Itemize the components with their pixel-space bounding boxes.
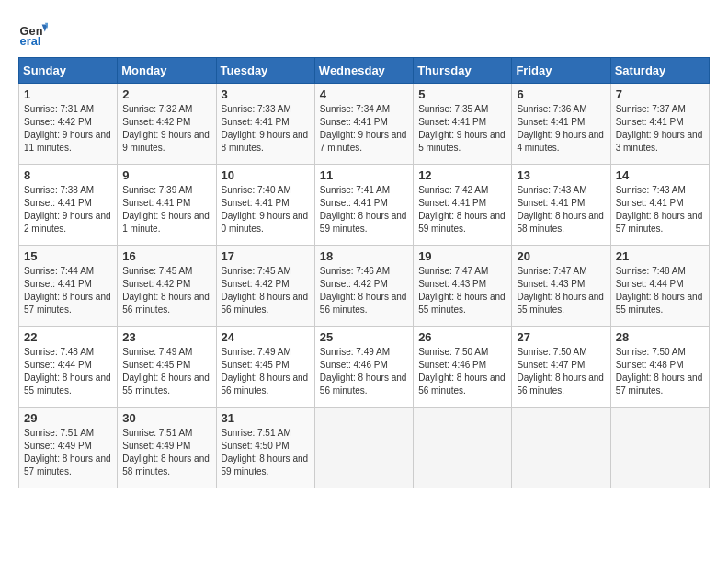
calendar-day-cell: 28 Sunrise: 7:50 AM Sunset: 4:48 PM Dayl…: [610, 327, 709, 408]
day-number: 17: [222, 249, 310, 263]
day-info: Sunrise: 7:43 AM Sunset: 4:41 PM Dayligh…: [616, 184, 704, 236]
calendar-day-cell: 2 Sunrise: 7:32 AM Sunset: 4:42 PM Dayli…: [118, 84, 216, 165]
day-info: Sunrise: 7:43 AM Sunset: 4:41 PM Dayligh…: [517, 184, 605, 236]
calendar-day-cell: [512, 408, 610, 488]
day-number: 4: [320, 87, 408, 101]
day-number: 7: [616, 87, 704, 101]
calendar-day-cell: 11 Sunrise: 7:41 AM Sunset: 4:41 PM Dayl…: [314, 165, 413, 246]
day-number: 27: [517, 330, 605, 344]
calendar-day-cell: 30 Sunrise: 7:51 AM Sunset: 4:49 PM Dayl…: [118, 408, 216, 488]
calendar-header-row: SundayMondayTuesdayWednesdayThursdayFrid…: [19, 58, 710, 84]
svg-text:eral: eral: [20, 34, 41, 48]
day-info: Sunrise: 7:51 AM Sunset: 4:49 PM Dayligh…: [122, 427, 210, 478]
calendar-day-cell: 23 Sunrise: 7:49 AM Sunset: 4:45 PM Dayl…: [118, 327, 216, 408]
day-info: Sunrise: 7:37 AM Sunset: 4:41 PM Dayligh…: [616, 103, 704, 155]
day-number: 2: [122, 87, 210, 101]
day-info: Sunrise: 7:35 AM Sunset: 4:41 PM Dayligh…: [418, 103, 506, 155]
day-info: Sunrise: 7:45 AM Sunset: 4:42 PM Dayligh…: [122, 265, 210, 316]
day-info: Sunrise: 7:31 AM Sunset: 4:42 PM Dayligh…: [24, 103, 112, 155]
calendar-day-cell: 25 Sunrise: 7:49 AM Sunset: 4:46 PM Dayl…: [314, 327, 413, 408]
day-number: 5: [418, 87, 506, 101]
day-number: 28: [616, 330, 704, 344]
calendar-day-cell: 16 Sunrise: 7:45 AM Sunset: 4:42 PM Dayl…: [118, 246, 216, 327]
day-number: 23: [122, 330, 210, 344]
calendar-day-cell: 7 Sunrise: 7:37 AM Sunset: 4:41 PM Dayli…: [610, 84, 709, 165]
calendar-week-row: 8 Sunrise: 7:38 AM Sunset: 4:41 PM Dayli…: [19, 165, 710, 246]
weekday-header: Thursday: [414, 58, 512, 84]
day-number: 31: [222, 411, 310, 425]
calendar-day-cell: 17 Sunrise: 7:45 AM Sunset: 4:42 PM Dayl…: [216, 246, 314, 327]
day-number: 8: [24, 168, 112, 182]
calendar-day-cell: 27 Sunrise: 7:50 AM Sunset: 4:47 PM Dayl…: [512, 327, 610, 408]
day-info: Sunrise: 7:45 AM Sunset: 4:42 PM Dayligh…: [222, 265, 310, 316]
day-number: 11: [320, 168, 408, 182]
day-info: Sunrise: 7:49 AM Sunset: 4:45 PM Dayligh…: [222, 346, 310, 397]
calendar-day-cell: 24 Sunrise: 7:49 AM Sunset: 4:45 PM Dayl…: [216, 327, 314, 408]
day-number: 3: [222, 87, 310, 101]
day-number: 24: [222, 330, 310, 344]
day-number: 9: [122, 168, 210, 182]
day-number: 15: [24, 249, 112, 263]
calendar-day-cell: 4 Sunrise: 7:34 AM Sunset: 4:41 PM Dayli…: [314, 84, 413, 165]
day-info: Sunrise: 7:39 AM Sunset: 4:41 PM Dayligh…: [122, 184, 210, 236]
day-info: Sunrise: 7:47 AM Sunset: 4:43 PM Dayligh…: [517, 265, 605, 316]
calendar-day-cell: 21 Sunrise: 7:48 AM Sunset: 4:44 PM Dayl…: [610, 246, 709, 327]
calendar-day-cell: 14 Sunrise: 7:43 AM Sunset: 4:41 PM Dayl…: [610, 165, 709, 246]
day-number: 19: [418, 249, 506, 263]
day-info: Sunrise: 7:33 AM Sunset: 4:41 PM Dayligh…: [222, 103, 310, 155]
calendar-week-row: 22 Sunrise: 7:48 AM Sunset: 4:44 PM Dayl…: [19, 327, 710, 408]
day-info: Sunrise: 7:50 AM Sunset: 4:47 PM Dayligh…: [517, 346, 605, 397]
day-info: Sunrise: 7:47 AM Sunset: 4:43 PM Dayligh…: [418, 265, 506, 316]
day-info: Sunrise: 7:40 AM Sunset: 4:41 PM Dayligh…: [222, 184, 310, 236]
day-info: Sunrise: 7:41 AM Sunset: 4:41 PM Dayligh…: [320, 184, 408, 236]
calendar-day-cell: 26 Sunrise: 7:50 AM Sunset: 4:46 PM Dayl…: [414, 327, 512, 408]
day-number: 14: [616, 168, 704, 182]
day-info: Sunrise: 7:50 AM Sunset: 4:46 PM Dayligh…: [418, 346, 506, 397]
day-info: Sunrise: 7:38 AM Sunset: 4:41 PM Dayligh…: [24, 184, 112, 236]
day-number: 26: [418, 330, 506, 344]
calendar-day-cell: 20 Sunrise: 7:47 AM Sunset: 4:43 PM Dayl…: [512, 246, 610, 327]
day-info: Sunrise: 7:49 AM Sunset: 4:45 PM Dayligh…: [122, 346, 210, 397]
day-number: 13: [517, 168, 605, 182]
day-info: Sunrise: 7:48 AM Sunset: 4:44 PM Dayligh…: [616, 265, 704, 316]
day-number: 16: [122, 249, 210, 263]
calendar-week-row: 15 Sunrise: 7:44 AM Sunset: 4:41 PM Dayl…: [19, 246, 710, 327]
day-info: Sunrise: 7:50 AM Sunset: 4:48 PM Dayligh…: [616, 346, 704, 397]
calendar-day-cell: 10 Sunrise: 7:40 AM Sunset: 4:41 PM Dayl…: [216, 165, 314, 246]
calendar-day-cell: 8 Sunrise: 7:38 AM Sunset: 4:41 PM Dayli…: [19, 165, 118, 246]
day-info: Sunrise: 7:42 AM Sunset: 4:41 PM Dayligh…: [418, 184, 506, 236]
calendar-day-cell: [610, 408, 709, 488]
day-info: Sunrise: 7:32 AM Sunset: 4:42 PM Dayligh…: [122, 103, 210, 155]
day-number: 12: [418, 168, 506, 182]
day-number: 30: [122, 411, 210, 425]
weekday-header: Tuesday: [216, 58, 314, 84]
calendar-day-cell: 29 Sunrise: 7:51 AM Sunset: 4:49 PM Dayl…: [19, 408, 118, 488]
calendar-day-cell: 9 Sunrise: 7:39 AM Sunset: 4:41 PM Dayli…: [118, 165, 216, 246]
calendar-day-cell: 1 Sunrise: 7:31 AM Sunset: 4:42 PM Dayli…: [19, 84, 118, 165]
page-header: Gen eral: [18, 18, 710, 48]
day-number: 29: [24, 411, 112, 425]
calendar-day-cell: 5 Sunrise: 7:35 AM Sunset: 4:41 PM Dayli…: [414, 84, 512, 165]
day-number: 6: [517, 87, 605, 101]
calendar-week-row: 1 Sunrise: 7:31 AM Sunset: 4:42 PM Dayli…: [19, 84, 710, 165]
calendar-day-cell: 31 Sunrise: 7:51 AM Sunset: 4:50 PM Dayl…: [216, 408, 314, 488]
day-info: Sunrise: 7:44 AM Sunset: 4:41 PM Dayligh…: [24, 265, 112, 316]
day-number: 25: [320, 330, 408, 344]
day-number: 10: [222, 168, 310, 182]
logo-icon: Gen eral: [18, 18, 48, 48]
day-info: Sunrise: 7:51 AM Sunset: 4:50 PM Dayligh…: [222, 427, 310, 478]
day-info: Sunrise: 7:48 AM Sunset: 4:44 PM Dayligh…: [24, 346, 112, 397]
calendar-day-cell: 6 Sunrise: 7:36 AM Sunset: 4:41 PM Dayli…: [512, 84, 610, 165]
calendar-day-cell: [314, 408, 413, 488]
day-number: 22: [24, 330, 112, 344]
day-info: Sunrise: 7:51 AM Sunset: 4:49 PM Dayligh…: [24, 427, 112, 478]
calendar-day-cell: 13 Sunrise: 7:43 AM Sunset: 4:41 PM Dayl…: [512, 165, 610, 246]
calendar-day-cell: 12 Sunrise: 7:42 AM Sunset: 4:41 PM Dayl…: [414, 165, 512, 246]
day-number: 18: [320, 249, 408, 263]
logo: Gen eral: [18, 18, 51, 48]
day-number: 1: [24, 87, 112, 101]
weekday-header: Friday: [512, 58, 610, 84]
day-info: Sunrise: 7:36 AM Sunset: 4:41 PM Dayligh…: [517, 103, 605, 155]
calendar-day-cell: [414, 408, 512, 488]
day-info: Sunrise: 7:46 AM Sunset: 4:42 PM Dayligh…: [320, 265, 408, 316]
